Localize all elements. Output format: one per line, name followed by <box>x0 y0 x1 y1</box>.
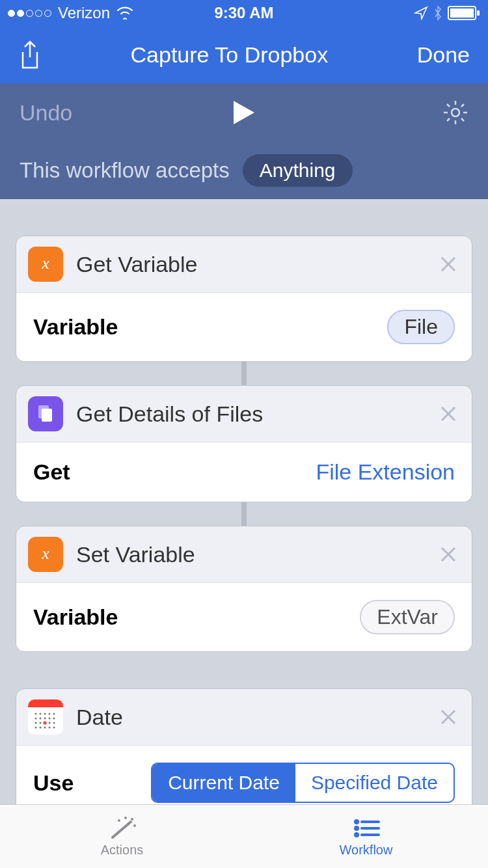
close-icon[interactable] <box>439 708 457 726</box>
list-icon <box>350 815 383 841</box>
svg-point-45 <box>355 827 358 830</box>
svg-point-3 <box>452 109 459 116</box>
svg-line-8 <box>447 104 450 107</box>
svg-point-41 <box>133 824 136 827</box>
action-card-date[interactable]: Date Use Current Date Specified Date <box>16 688 472 804</box>
card-header: x Set Variable <box>16 526 472 582</box>
tab-actions[interactable]: Actions <box>0 805 244 868</box>
svg-text:x: x <box>41 254 49 273</box>
connector-line <box>241 502 247 526</box>
accepts-value[interactable]: Anything <box>243 154 353 187</box>
card-body: Variable File <box>16 292 472 361</box>
svg-point-42 <box>118 819 120 822</box>
workflow-toolbar: Undo <box>0 83 488 142</box>
svg-point-26 <box>49 718 51 720</box>
status-right <box>323 5 480 21</box>
svg-point-35 <box>49 727 51 729</box>
svg-point-43 <box>355 821 358 823</box>
param-value-token[interactable]: File <box>387 310 455 344</box>
connector-line <box>241 362 247 385</box>
svg-point-22 <box>53 713 55 715</box>
nav-bar: Capture To Dropbox Done <box>0 26 488 83</box>
battery-icon <box>448 6 480 20</box>
seg-current-date[interactable]: Current Date <box>152 764 295 802</box>
tab-label: Actions <box>101 843 144 858</box>
play-button[interactable] <box>98 100 390 126</box>
svg-point-30 <box>49 722 51 724</box>
svg-point-36 <box>53 727 55 729</box>
param-label: Variable <box>33 604 360 630</box>
share-button[interactable] <box>18 40 42 69</box>
svg-rect-2 <box>477 10 480 16</box>
svg-point-24 <box>40 718 42 720</box>
card-body: Use Current Date Specified Date <box>16 745 472 804</box>
carrier-label: Verizon <box>58 4 110 22</box>
svg-point-34 <box>44 727 46 729</box>
param-label: Use <box>33 770 151 796</box>
segmented-control[interactable]: Current Date Specified Date <box>151 763 455 803</box>
svg-point-23 <box>35 718 37 720</box>
seg-specified-date[interactable]: Specified Date <box>295 764 454 802</box>
action-card-set-variable[interactable]: x Set Variable Variable ExtVar <box>16 526 472 652</box>
svg-text:x: x <box>41 545 49 563</box>
card-title: Set Variable <box>76 542 426 567</box>
accepts-label: This workflow accepts <box>20 158 230 183</box>
tab-workflow[interactable]: Workflow <box>244 805 488 868</box>
svg-rect-1 <box>450 8 474 18</box>
card-header: Date <box>16 689 472 745</box>
settings-button[interactable] <box>390 100 468 126</box>
calendar-icon <box>28 699 63 735</box>
param-value[interactable]: File Extension <box>316 459 455 485</box>
files-icon <box>28 396 63 431</box>
svg-line-11 <box>461 104 464 107</box>
param-label: Variable <box>33 314 387 340</box>
card-header: Get Details of Files <box>16 386 472 442</box>
svg-point-29 <box>40 722 42 724</box>
tab-label: Workflow <box>340 843 393 858</box>
svg-point-20 <box>44 713 46 715</box>
svg-rect-14 <box>42 409 52 422</box>
page-title: Capture To Dropbox <box>42 42 417 68</box>
card-body: Variable ExtVar <box>16 582 472 651</box>
action-card-get-variable[interactable]: x Get Variable Variable File <box>16 236 472 362</box>
card-body: Get File Extension <box>16 442 472 502</box>
wifi-icon <box>116 7 133 20</box>
svg-point-25 <box>44 718 46 720</box>
undo-button[interactable]: Undo <box>20 100 98 126</box>
svg-point-32 <box>35 727 37 729</box>
bluetooth-icon <box>433 5 442 21</box>
done-button[interactable]: Done <box>417 42 470 68</box>
svg-point-21 <box>49 713 51 715</box>
card-title: Get Variable <box>76 252 426 277</box>
action-card-get-details[interactable]: Get Details of Files Get File Extension <box>16 385 472 502</box>
svg-point-39 <box>131 818 133 821</box>
status-left: Verizon <box>8 4 165 22</box>
spacer <box>16 652 472 688</box>
close-icon[interactable] <box>439 405 457 423</box>
param-label: Get <box>33 459 316 485</box>
accepts-bar: This workflow accepts Anything <box>0 142 488 199</box>
status-time: 9:30 AM <box>165 4 323 22</box>
svg-line-10 <box>447 118 450 121</box>
close-icon[interactable] <box>439 255 457 273</box>
svg-point-31 <box>53 722 55 724</box>
svg-point-18 <box>35 713 37 715</box>
card-title: Get Details of Files <box>76 401 426 427</box>
svg-point-47 <box>355 834 358 836</box>
svg-rect-16 <box>28 699 63 707</box>
svg-point-28 <box>35 722 37 724</box>
workflow-content: x Get Variable Variable File Get Details… <box>0 199 488 804</box>
svg-point-27 <box>53 718 55 720</box>
wand-icon <box>106 815 139 841</box>
svg-line-9 <box>461 118 464 121</box>
card-header: x Get Variable <box>16 236 472 292</box>
param-value-token[interactable]: ExtVar <box>360 600 455 634</box>
card-title: Date <box>76 705 426 730</box>
svg-rect-17 <box>28 707 63 735</box>
svg-point-40 <box>124 817 127 819</box>
signal-strength-icon <box>8 10 51 17</box>
location-icon <box>414 6 428 20</box>
svg-point-33 <box>40 727 42 729</box>
svg-line-38 <box>113 822 131 837</box>
close-icon[interactable] <box>439 545 457 563</box>
